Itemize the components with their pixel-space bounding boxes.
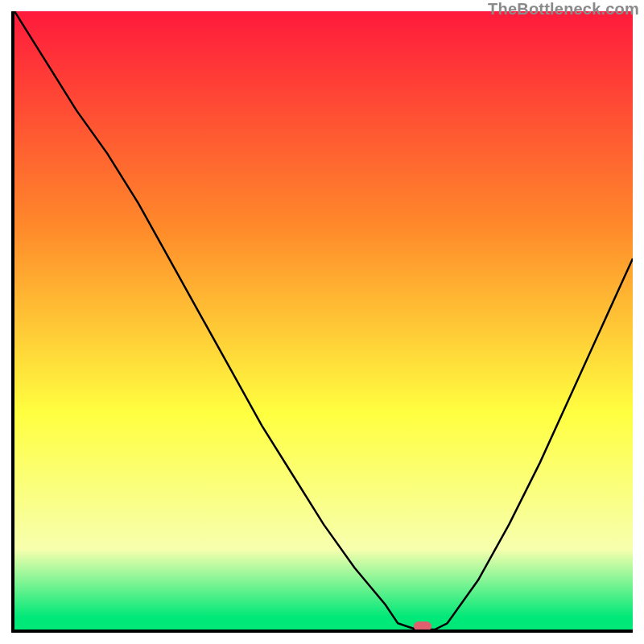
- bottleneck-curve: [14, 11, 633, 630]
- watermark-text: TheBottleneck.com: [488, 0, 639, 19]
- bottleneck-chart: TheBottleneck.com: [0, 0, 644, 644]
- optimal-point-marker: [414, 621, 431, 631]
- plot-area: [11, 11, 633, 633]
